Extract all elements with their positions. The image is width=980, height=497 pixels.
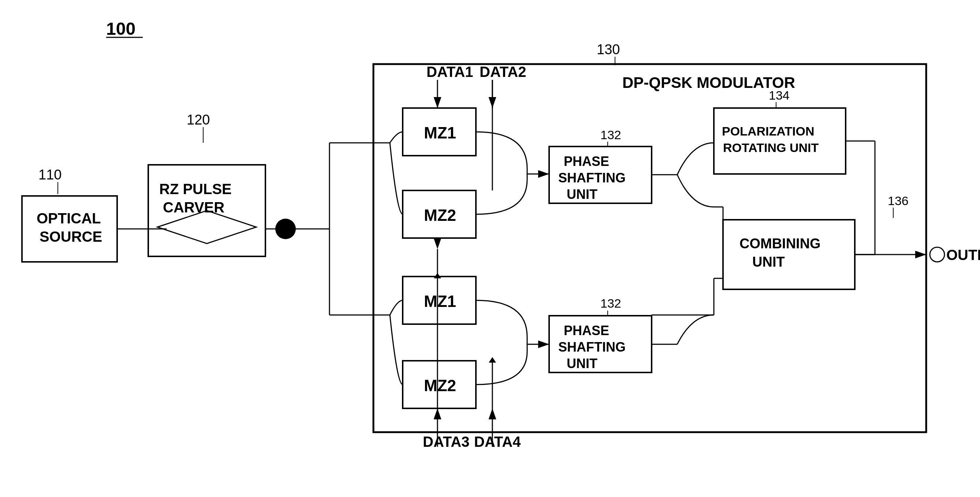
data1-label: DATA1 <box>426 64 473 80</box>
pol-rotating-label1: POLARIZATION <box>722 124 814 138</box>
svg-marker-44 <box>489 357 496 363</box>
ref-120: 120 <box>187 112 210 127</box>
mz2-top-label: MZ2 <box>424 206 456 224</box>
svg-marker-42 <box>434 273 441 278</box>
combining-unit-box <box>723 220 855 289</box>
combining-label2: UNIT <box>752 254 785 269</box>
dp-qpsk-box <box>374 64 926 432</box>
phase-shifting-top-label3: UNIT <box>567 187 597 202</box>
pol-rotating-label2: ROTATING UNIT <box>723 141 819 155</box>
ref-136: 136 <box>888 194 908 208</box>
phase-shifting-bottom-label2: SHAFTING <box>558 339 626 355</box>
ref-132-top: 132 <box>600 128 621 142</box>
mz1-top-label: MZ1 <box>424 124 456 142</box>
ref-130: 130 <box>597 42 620 57</box>
phase-shifting-bottom-label1: PHASE <box>564 323 609 338</box>
ref-134: 134 <box>769 88 790 102</box>
optical-source-label2: SOURCE <box>40 229 102 245</box>
data3-label: DATA3 <box>423 434 469 450</box>
data2-label: DATA2 <box>480 64 526 80</box>
ref-110: 110 <box>38 167 62 182</box>
data4-label: DATA4 <box>474 434 521 450</box>
rz-diamond <box>158 210 256 244</box>
output-label: OUTPUT <box>946 247 980 263</box>
combining-label1: COMBINING <box>740 236 821 251</box>
optical-source-label: OPTICAL <box>37 210 101 226</box>
phase-shifting-top-label2: SHAFTING <box>558 170 626 185</box>
diagram: 100 110 OPTICAL SOURCE 120 RZ PULSE CARV… <box>0 0 980 497</box>
rz-label1: RZ PULSE <box>159 181 232 197</box>
splitter-dot <box>275 219 296 239</box>
phase-shifting-bottom-label3: UNIT <box>567 356 597 371</box>
figure-number: 100 <box>106 19 135 38</box>
mz2-bottom-label: MZ2 <box>424 376 456 395</box>
phase-shifting-top-label1: PHASE <box>564 154 609 169</box>
mz1-bottom-label: MZ1 <box>424 292 456 310</box>
output-circle <box>930 247 945 262</box>
ref-132-bottom: 132 <box>600 296 621 310</box>
